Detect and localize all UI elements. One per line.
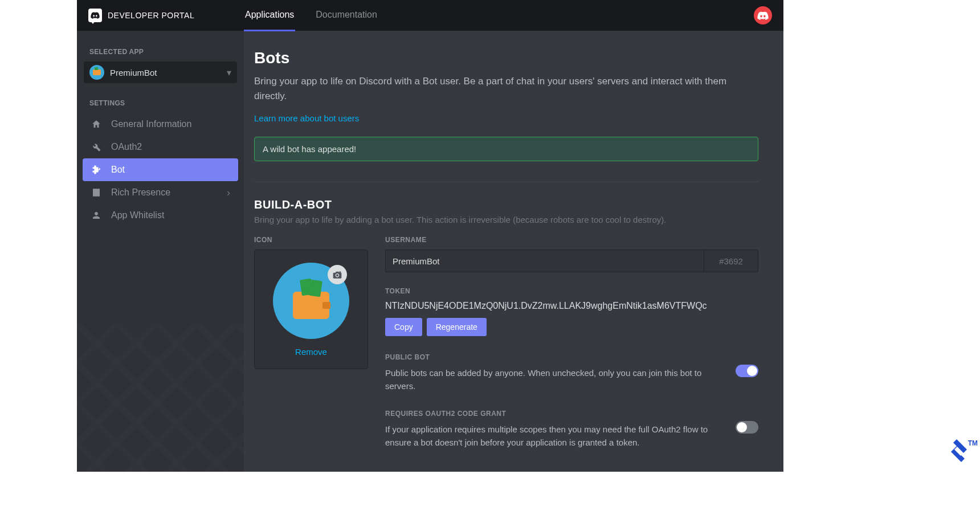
sidebar-item-general-information[interactable]: General Information (83, 113, 238, 136)
divider (254, 182, 758, 182)
brand: DEVELOPER PORTAL (88, 9, 244, 22)
oauth-grant-toggle[interactable] (736, 421, 758, 434)
chevron-down-icon: ▾ (227, 67, 231, 78)
public-bot-label: PUBLIC BOT (385, 353, 724, 361)
bot-icon-card: Remove (254, 250, 368, 369)
discriminator-tag: #3692 (704, 250, 758, 272)
puzzle-icon (91, 164, 102, 175)
build-a-bot-subtitle: Bring your app to life by adding a bot u… (254, 215, 758, 224)
sidebar-item-label: Bot (111, 165, 230, 175)
wrench-icon (91, 141, 102, 153)
sidebar-item-oauth2[interactable]: OAuth2 (83, 136, 238, 158)
oauth-grant-desc: If your application requires multiple sc… (385, 423, 724, 449)
document-icon (91, 187, 102, 198)
portal-title: DEVELOPER PORTAL (108, 11, 194, 20)
toptal-logo-icon (951, 439, 967, 462)
sidebar-item-app-whitelist[interactable]: App Whitelist (83, 204, 238, 227)
public-bot-toggle[interactable] (736, 365, 758, 377)
sidebar: SELECTED APP PremiumBot ▾ SETTINGS Gener… (77, 31, 244, 472)
sidebar-item-label: App Whitelist (111, 210, 230, 220)
sidebar-item-label: OAuth2 (111, 142, 230, 152)
learn-more-link[interactable]: Learn more about bot users (254, 113, 359, 123)
public-bot-desc: Public bots can be added by anyone. When… (385, 367, 724, 393)
remove-icon-link[interactable]: Remove (295, 347, 327, 357)
watermark: TM (951, 439, 978, 462)
tm-text: TM (968, 439, 978, 447)
app-selector-dropdown[interactable]: PremiumBot ▾ (84, 62, 237, 83)
tab-applications[interactable]: Applications (244, 0, 295, 31)
icon-label: ICON (254, 236, 368, 244)
sidebar-item-label: Rich Presence (111, 187, 218, 198)
home-icon (91, 118, 102, 130)
copy-button[interactable]: Copy (385, 318, 422, 336)
discord-logo-icon (88, 9, 102, 22)
username-label: USERNAME (385, 236, 758, 244)
app-avatar-icon (89, 65, 104, 80)
bot-avatar-image[interactable] (273, 263, 349, 339)
username-input[interactable] (385, 250, 704, 272)
build-a-bot-title: BUILD-A-BOT (254, 198, 758, 211)
selected-app-label: SELECTED APP (89, 48, 231, 56)
sidebar-item-bot[interactable]: Bot (83, 158, 238, 181)
upload-camera-icon[interactable] (328, 265, 347, 284)
sidebar-item-rich-presence[interactable]: Rich Presence › (83, 181, 238, 204)
public-bot-setting: PUBLIC BOT Public bots can be added by a… (385, 353, 758, 393)
topbar: DEVELOPER PORTAL Applications Documentat… (77, 0, 783, 31)
main-content: Bots Bring your app to life on Discord w… (244, 31, 783, 472)
chevron-right-icon: › (227, 187, 230, 199)
topbar-nav: Applications Documentation (244, 0, 378, 31)
profile-avatar[interactable] (754, 6, 772, 24)
token-label: TOKEN (385, 287, 758, 295)
tab-documentation[interactable]: Documentation (315, 0, 378, 31)
token-value: NTIzNDU5NjE4ODE1MzQ0NjU1.DvZ2mw.LLAKJ9wg… (385, 301, 758, 311)
app-window: DEVELOPER PORTAL Applications Documentat… (77, 0, 783, 472)
settings-label: SETTINGS (89, 99, 231, 107)
regenerate-button[interactable]: Regenerate (427, 318, 487, 336)
oauth-grant-label: REQUIRES OAUTH2 CODE GRANT (385, 410, 724, 418)
person-icon (91, 210, 102, 221)
page-description: Bring your app to life on Discord with a… (254, 74, 758, 103)
oauth-grant-setting: REQUIRES OAUTH2 CODE GRANT If your appli… (385, 410, 758, 449)
selected-app-name: PremiumBot (110, 68, 221, 77)
sidebar-bg-art (77, 324, 244, 472)
success-alert: A wild bot has appeared! (254, 137, 758, 161)
page-title: Bots (254, 49, 758, 67)
sidebar-item-label: General Information (111, 119, 230, 129)
